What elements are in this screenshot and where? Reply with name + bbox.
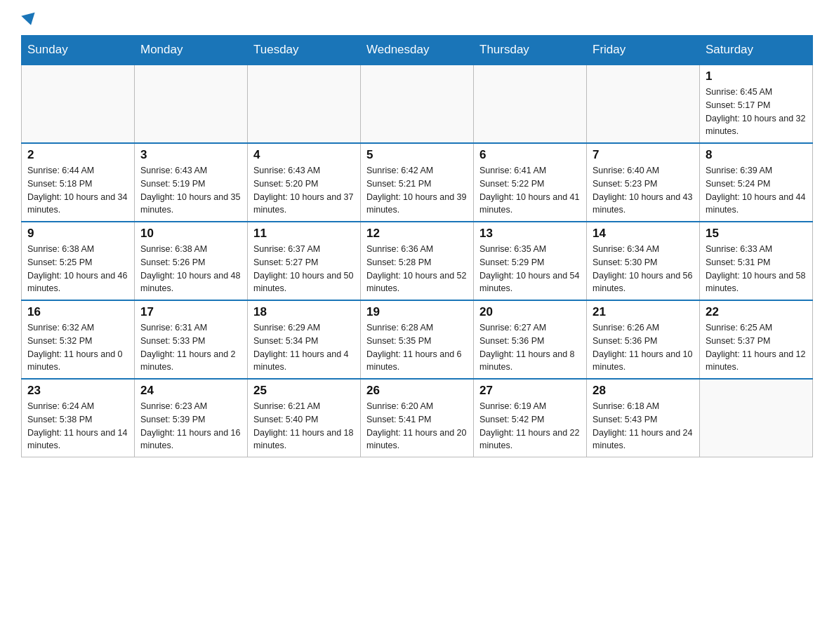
day-number: 7 [593, 148, 694, 162]
calendar-cell: 12Sunrise: 6:36 AMSunset: 5:28 PMDayligh… [361, 222, 474, 300]
calendar-cell: 3Sunrise: 6:43 AMSunset: 5:19 PMDaylight… [135, 143, 248, 222]
day-info: Sunrise: 6:19 AMSunset: 5:42 PMDaylight:… [479, 400, 581, 452]
day-info: Sunrise: 6:27 AMSunset: 5:36 PMDaylight:… [479, 321, 581, 374]
day-of-week-header: Saturday [700, 36, 813, 65]
day-number: 2 [27, 148, 128, 162]
day-info: Sunrise: 6:26 AMSunset: 5:36 PMDaylight:… [593, 321, 694, 374]
day-info: Sunrise: 6:40 AMSunset: 5:23 PMDaylight:… [593, 164, 694, 217]
day-number: 8 [706, 148, 807, 162]
day-info: Sunrise: 6:24 AMSunset: 5:38 PMDaylight:… [27, 400, 128, 452]
day-info: Sunrise: 6:34 AMSunset: 5:30 PMDaylight:… [593, 243, 694, 295]
calendar-cell: 26Sunrise: 6:20 AMSunset: 5:41 PMDayligh… [361, 379, 474, 457]
day-info: Sunrise: 6:41 AMSunset: 5:22 PMDaylight:… [479, 164, 581, 217]
calendar-week-row: 2Sunrise: 6:44 AMSunset: 5:18 PMDaylight… [22, 143, 813, 222]
day-info: Sunrise: 6:39 AMSunset: 5:24 PMDaylight:… [706, 164, 807, 217]
calendar-cell: 9Sunrise: 6:38 AMSunset: 5:25 PMDaylight… [22, 222, 135, 300]
day-info: Sunrise: 6:45 AMSunset: 5:17 PMDaylight:… [706, 86, 807, 138]
calendar-cell: 15Sunrise: 6:33 AMSunset: 5:31 PMDayligh… [700, 222, 813, 300]
calendar-cell: 5Sunrise: 6:42 AMSunset: 5:21 PMDaylight… [361, 143, 474, 222]
day-info: Sunrise: 6:20 AMSunset: 5:41 PMDaylight:… [366, 400, 468, 452]
day-number: 27 [479, 384, 581, 398]
day-number: 3 [140, 148, 241, 162]
calendar-cell: 6Sunrise: 6:41 AMSunset: 5:22 PMDaylight… [474, 143, 587, 222]
day-number: 16 [27, 305, 128, 319]
logo-arrow-icon [21, 13, 37, 27]
day-of-week-header: Tuesday [248, 36, 361, 65]
day-number: 21 [593, 305, 694, 319]
calendar-cell [700, 379, 813, 457]
day-number: 13 [479, 227, 581, 241]
calendar-cell: 14Sunrise: 6:34 AMSunset: 5:30 PMDayligh… [587, 222, 700, 300]
day-number: 5 [366, 148, 468, 162]
day-number: 6 [479, 148, 581, 162]
calendar-cell: 22Sunrise: 6:25 AMSunset: 5:37 PMDayligh… [700, 300, 813, 379]
day-of-week-header: Sunday [22, 36, 135, 65]
day-info: Sunrise: 6:37 AMSunset: 5:27 PMDaylight:… [253, 243, 355, 295]
calendar-cell: 1Sunrise: 6:45 AMSunset: 5:17 PMDaylight… [700, 65, 813, 143]
day-info: Sunrise: 6:32 AMSunset: 5:32 PMDaylight:… [27, 321, 128, 374]
day-of-week-header: Monday [135, 36, 248, 65]
day-info: Sunrise: 6:33 AMSunset: 5:31 PMDaylight:… [706, 243, 807, 295]
day-info: Sunrise: 6:35 AMSunset: 5:29 PMDaylight:… [479, 243, 581, 295]
day-info: Sunrise: 6:18 AMSunset: 5:43 PMDaylight:… [593, 400, 694, 452]
day-number: 12 [366, 227, 468, 241]
day-info: Sunrise: 6:29 AMSunset: 5:34 PMDaylight:… [253, 321, 355, 374]
day-info: Sunrise: 6:43 AMSunset: 5:19 PMDaylight:… [140, 164, 241, 217]
day-info: Sunrise: 6:44 AMSunset: 5:18 PMDaylight:… [27, 164, 128, 217]
calendar-cell: 21Sunrise: 6:26 AMSunset: 5:36 PMDayligh… [587, 300, 700, 379]
day-info: Sunrise: 6:21 AMSunset: 5:40 PMDaylight:… [253, 400, 355, 452]
calendar-cell [248, 65, 361, 143]
calendar-week-row: 23Sunrise: 6:24 AMSunset: 5:38 PMDayligh… [22, 379, 813, 457]
calendar-cell [22, 65, 135, 143]
day-number: 25 [253, 384, 355, 398]
calendar-table: SundayMondayTuesdayWednesdayThursdayFrid… [21, 35, 813, 457]
calendar-header-row: SundayMondayTuesdayWednesdayThursdayFrid… [22, 36, 813, 65]
day-info: Sunrise: 6:23 AMSunset: 5:39 PMDaylight:… [140, 400, 241, 452]
calendar-week-row: 16Sunrise: 6:32 AMSunset: 5:32 PMDayligh… [22, 300, 813, 379]
calendar-cell: 28Sunrise: 6:18 AMSunset: 5:43 PMDayligh… [587, 379, 700, 457]
day-number: 15 [706, 227, 807, 241]
calendar-cell: 13Sunrise: 6:35 AMSunset: 5:29 PMDayligh… [474, 222, 587, 300]
calendar-week-row: 9Sunrise: 6:38 AMSunset: 5:25 PMDaylight… [22, 222, 813, 300]
calendar-cell: 11Sunrise: 6:37 AMSunset: 5:27 PMDayligh… [248, 222, 361, 300]
day-info: Sunrise: 6:43 AMSunset: 5:20 PMDaylight:… [253, 164, 355, 217]
calendar-cell: 27Sunrise: 6:19 AMSunset: 5:42 PMDayligh… [474, 379, 587, 457]
day-number: 1 [706, 69, 807, 83]
day-number: 23 [27, 384, 128, 398]
calendar-cell: 8Sunrise: 6:39 AMSunset: 5:24 PMDaylight… [700, 143, 813, 222]
calendar-cell [361, 65, 474, 143]
calendar-cell: 19Sunrise: 6:28 AMSunset: 5:35 PMDayligh… [361, 300, 474, 379]
day-of-week-header: Wednesday [361, 36, 474, 65]
day-number: 17 [140, 305, 241, 319]
calendar-cell: 16Sunrise: 6:32 AMSunset: 5:32 PMDayligh… [22, 300, 135, 379]
day-number: 24 [140, 384, 241, 398]
calendar-cell: 4Sunrise: 6:43 AMSunset: 5:20 PMDaylight… [248, 143, 361, 222]
page-header [21, 14, 813, 22]
day-number: 4 [253, 148, 355, 162]
day-info: Sunrise: 6:38 AMSunset: 5:26 PMDaylight:… [140, 243, 241, 295]
day-number: 14 [593, 227, 694, 241]
day-info: Sunrise: 6:38 AMSunset: 5:25 PMDaylight:… [27, 243, 128, 295]
calendar-cell: 2Sunrise: 6:44 AMSunset: 5:18 PMDaylight… [22, 143, 135, 222]
day-info: Sunrise: 6:25 AMSunset: 5:37 PMDaylight:… [706, 321, 807, 374]
day-number: 11 [253, 227, 355, 241]
calendar-cell [587, 65, 700, 143]
day-number: 28 [593, 384, 694, 398]
day-number: 20 [479, 305, 581, 319]
calendar-week-row: 1Sunrise: 6:45 AMSunset: 5:17 PMDaylight… [22, 65, 813, 143]
day-of-week-header: Friday [587, 36, 700, 65]
calendar-cell [474, 65, 587, 143]
calendar-cell: 25Sunrise: 6:21 AMSunset: 5:40 PMDayligh… [248, 379, 361, 457]
day-number: 9 [27, 227, 128, 241]
day-number: 10 [140, 227, 241, 241]
calendar-cell: 18Sunrise: 6:29 AMSunset: 5:34 PMDayligh… [248, 300, 361, 379]
calendar-cell: 24Sunrise: 6:23 AMSunset: 5:39 PMDayligh… [135, 379, 248, 457]
day-of-week-header: Thursday [474, 36, 587, 65]
calendar-cell [135, 65, 248, 143]
calendar-cell: 10Sunrise: 6:38 AMSunset: 5:26 PMDayligh… [135, 222, 248, 300]
day-number: 22 [706, 305, 807, 319]
calendar-cell: 20Sunrise: 6:27 AMSunset: 5:36 PMDayligh… [474, 300, 587, 379]
day-number: 18 [253, 305, 355, 319]
day-info: Sunrise: 6:31 AMSunset: 5:33 PMDaylight:… [140, 321, 241, 374]
day-info: Sunrise: 6:28 AMSunset: 5:35 PMDaylight:… [366, 321, 468, 374]
